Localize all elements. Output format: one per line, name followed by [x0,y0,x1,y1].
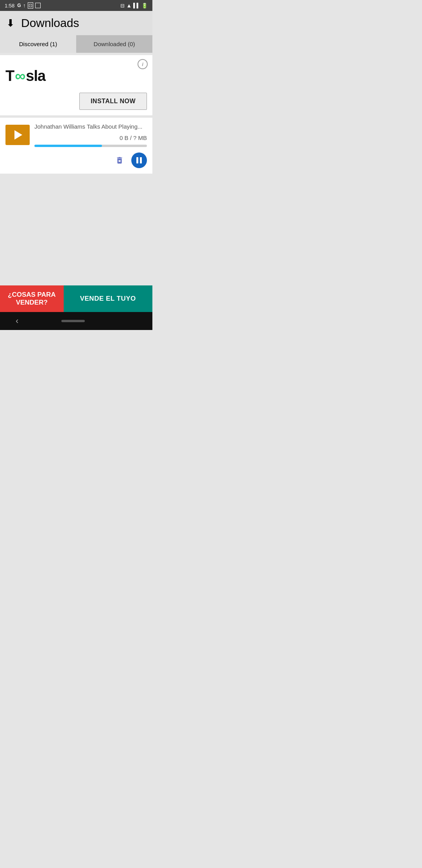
google-icon: G [17,3,21,8]
download-icon: ⬇ [6,17,15,29]
status-bar-right: ⊟ ▲ ▌▌ 🔋 [120,2,148,9]
ad-card-toosla: i T ∞ sla INSTALL NOW [0,55,152,115]
install-now-button[interactable]: INSTALL NOW [79,93,147,110]
delete-button[interactable] [113,153,127,167]
upload-icon: ↑ [23,2,26,9]
download-size: 0 B / ? MB [120,135,147,141]
download-row: Johnathan Williams Talks About Playing..… [5,123,147,168]
status-bar-left: 1:58 G ↑ ⊡ [5,2,41,9]
toosla-name-sla: sla [26,68,45,83]
battery-icon: 🔋 [141,3,148,9]
download-title: Johnathan Williams Talks About Playing..… [34,123,143,130]
progress-bar [34,145,147,147]
progress-fill [34,145,102,147]
video-thumbnail [5,125,30,145]
signal-icon: ▌▌ [133,3,140,8]
tab-discovered[interactable]: Discovered (1) [0,35,76,53]
nav-bar: ‹ [0,312,152,330]
home-indicator[interactable] [61,320,85,322]
ad-banner[interactable]: ¿COSAS PARA VENDER? VENDE EL TUYO [0,285,152,312]
screenshot-icon: ⊡ [28,2,33,9]
tab-bar: Discovered (1) Downloaded (0) [0,35,152,53]
time-display: 1:58 [5,3,14,9]
tab-downloaded[interactable]: Downloaded (0) [76,35,152,53]
download-item-card: Johnathan Williams Talks About Playing..… [0,118,152,174]
back-button[interactable]: ‹ [16,316,18,326]
download-info: Johnathan Williams Talks About Playing..… [34,123,147,168]
pause-icon [136,157,142,163]
pause-button[interactable] [131,152,147,168]
page-header: ⬇ Downloads [0,11,152,35]
play-icon [14,130,22,140]
info-icon[interactable]: i [138,59,148,69]
download-actions [34,152,147,168]
toosla-name-t: T [5,68,14,83]
page-title: Downloads [21,16,79,30]
cast-icon: ⊟ [120,3,125,9]
ad-banner-right[interactable]: VENDE EL TUYO [64,285,153,312]
toosla-infinity: ∞ [15,68,25,83]
toosla-logo: T ∞ sla [5,68,147,83]
square-icon [35,3,41,8]
wifi-icon: ▲ [126,2,132,9]
ad-banner-left[interactable]: ¿COSAS PARA VENDER? [0,285,64,312]
status-bar: 1:58 G ↑ ⊡ ⊟ ▲ ▌▌ 🔋 [0,0,152,11]
ad-text-right: VENDE EL TUYO [80,295,136,303]
ad-text-left: ¿COSAS PARA VENDER? [0,291,64,307]
